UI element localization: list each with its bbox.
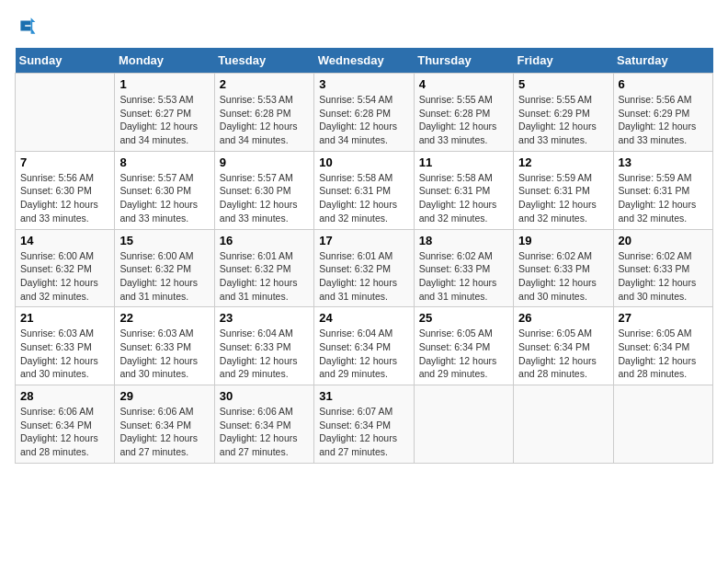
calendar-cell: 28Sunrise: 6:06 AM Sunset: 6:34 PM Dayli… (16, 385, 115, 464)
day-number: 19 (518, 234, 608, 247)
cell-content: Sunrise: 5:53 AM Sunset: 6:28 PM Dayligh… (220, 93, 309, 147)
cell-content: Sunrise: 5:59 AM Sunset: 6:31 PM Dayligh… (619, 171, 708, 225)
calendar-cell (414, 385, 513, 464)
day-number: 8 (119, 155, 209, 169)
day-number: 7 (20, 155, 109, 169)
cell-content: Sunrise: 6:04 AM Sunset: 6:33 PM Dayligh… (220, 327, 309, 381)
calendar-cell: 3Sunrise: 5:54 AM Sunset: 6:28 PM Daylig… (314, 74, 414, 152)
day-number: 6 (619, 77, 708, 91)
cell-content: Sunrise: 6:06 AM Sunset: 6:34 PM Dayligh… (20, 405, 109, 459)
calendar-cell: 20Sunrise: 6:02 AM Sunset: 6:33 PM Dayli… (613, 229, 712, 307)
day-number: 20 (619, 234, 708, 247)
day-number: 30 (220, 389, 309, 403)
day-number: 24 (319, 311, 408, 325)
header-cell-thursday: Thursday (414, 48, 513, 74)
calendar-cell: 8Sunrise: 5:57 AM Sunset: 6:30 PM Daylig… (115, 151, 214, 229)
calendar-body: 1Sunrise: 5:53 AM Sunset: 6:27 PM Daylig… (16, 74, 713, 464)
calendar-cell: 17Sunrise: 6:01 AM Sunset: 6:32 PM Dayli… (314, 229, 414, 307)
header-cell-tuesday: Tuesday (214, 48, 313, 74)
page-header (15, 15, 713, 37)
header-cell-wednesday: Wednesday (314, 48, 414, 74)
cell-content: Sunrise: 6:03 AM Sunset: 6:33 PM Dayligh… (20, 327, 109, 381)
cell-content: Sunrise: 5:55 AM Sunset: 6:29 PM Dayligh… (518, 93, 608, 147)
cell-content: Sunrise: 6:05 AM Sunset: 6:34 PM Dayligh… (518, 327, 608, 381)
calendar-cell: 18Sunrise: 6:02 AM Sunset: 6:33 PM Dayli… (414, 229, 513, 307)
cell-content: Sunrise: 5:56 AM Sunset: 6:30 PM Dayligh… (20, 171, 109, 225)
cell-content: Sunrise: 6:06 AM Sunset: 6:34 PM Dayligh… (119, 405, 209, 459)
cell-content: Sunrise: 5:55 AM Sunset: 6:28 PM Dayligh… (419, 93, 508, 147)
cell-content: Sunrise: 6:00 AM Sunset: 6:32 PM Dayligh… (119, 249, 209, 304)
cell-content: Sunrise: 5:57 AM Sunset: 6:30 PM Dayligh… (119, 171, 209, 225)
cell-content: Sunrise: 6:07 AM Sunset: 6:34 PM Dayligh… (319, 405, 408, 459)
logo-icon (15, 15, 37, 37)
cell-content: Sunrise: 6:01 AM Sunset: 6:32 PM Dayligh… (220, 249, 309, 304)
day-number: 22 (119, 311, 209, 325)
calendar-cell: 14Sunrise: 6:00 AM Sunset: 6:32 PM Dayli… (16, 229, 115, 307)
day-number: 13 (619, 155, 708, 169)
cell-content: Sunrise: 6:00 AM Sunset: 6:32 PM Dayligh… (20, 249, 109, 304)
cell-content: Sunrise: 6:02 AM Sunset: 6:33 PM Dayligh… (419, 249, 508, 304)
day-number: 21 (20, 311, 109, 325)
cell-content: Sunrise: 5:58 AM Sunset: 6:31 PM Dayligh… (319, 171, 408, 225)
cell-content: Sunrise: 5:57 AM Sunset: 6:30 PM Dayligh… (220, 171, 309, 225)
cell-content: Sunrise: 5:53 AM Sunset: 6:27 PM Dayligh… (119, 93, 209, 147)
day-number: 31 (319, 389, 408, 403)
day-number: 1 (119, 77, 209, 91)
day-number: 12 (518, 155, 608, 169)
calendar-cell: 7Sunrise: 5:56 AM Sunset: 6:30 PM Daylig… (16, 151, 115, 229)
cell-content: Sunrise: 6:01 AM Sunset: 6:32 PM Dayligh… (319, 249, 408, 304)
day-number: 23 (220, 311, 309, 325)
cell-content: Sunrise: 6:03 AM Sunset: 6:33 PM Dayligh… (119, 327, 209, 381)
calendar-cell: 24Sunrise: 6:04 AM Sunset: 6:34 PM Dayli… (314, 307, 414, 385)
week-row-5: 28Sunrise: 6:06 AM Sunset: 6:34 PM Dayli… (16, 385, 713, 464)
calendar-cell: 25Sunrise: 6:05 AM Sunset: 6:34 PM Dayli… (414, 307, 513, 385)
cell-content: Sunrise: 6:05 AM Sunset: 6:34 PM Dayligh… (619, 327, 708, 381)
day-number: 15 (119, 234, 209, 247)
day-number: 14 (20, 234, 109, 247)
calendar-cell: 23Sunrise: 6:04 AM Sunset: 6:33 PM Dayli… (214, 307, 313, 385)
day-number: 28 (20, 389, 109, 403)
day-number: 29 (119, 389, 209, 403)
calendar-cell: 9Sunrise: 5:57 AM Sunset: 6:30 PM Daylig… (214, 151, 313, 229)
day-number: 3 (319, 77, 408, 91)
day-number: 17 (319, 234, 408, 247)
calendar-cell: 26Sunrise: 6:05 AM Sunset: 6:34 PM Dayli… (514, 307, 613, 385)
cell-content: Sunrise: 6:02 AM Sunset: 6:33 PM Dayligh… (619, 249, 708, 304)
day-number: 2 (220, 77, 309, 91)
header-cell-monday: Monday (115, 48, 214, 74)
calendar-cell: 6Sunrise: 5:56 AM Sunset: 6:29 PM Daylig… (613, 74, 712, 152)
calendar-cell: 12Sunrise: 5:59 AM Sunset: 6:31 PM Dayli… (514, 151, 613, 229)
calendar-cell: 11Sunrise: 5:58 AM Sunset: 6:31 PM Dayli… (414, 151, 513, 229)
calendar-cell: 15Sunrise: 6:00 AM Sunset: 6:32 PM Dayli… (115, 229, 214, 307)
calendar-cell: 19Sunrise: 6:02 AM Sunset: 6:33 PM Dayli… (514, 229, 613, 307)
calendar-cell: 4Sunrise: 5:55 AM Sunset: 6:28 PM Daylig… (414, 74, 513, 152)
cell-content: Sunrise: 5:59 AM Sunset: 6:31 PM Dayligh… (518, 171, 608, 225)
header-cell-saturday: Saturday (613, 48, 712, 74)
calendar-cell: 21Sunrise: 6:03 AM Sunset: 6:33 PM Dayli… (16, 307, 115, 385)
calendar-cell (514, 385, 613, 464)
calendar-cell: 2Sunrise: 5:53 AM Sunset: 6:28 PM Daylig… (214, 74, 313, 152)
day-number: 4 (419, 77, 508, 91)
logo (15, 15, 40, 37)
cell-content: Sunrise: 5:58 AM Sunset: 6:31 PM Dayligh… (419, 171, 508, 225)
cell-content: Sunrise: 6:02 AM Sunset: 6:33 PM Dayligh… (518, 249, 608, 304)
calendar-cell: 16Sunrise: 6:01 AM Sunset: 6:32 PM Dayli… (214, 229, 313, 307)
calendar-cell: 29Sunrise: 6:06 AM Sunset: 6:34 PM Dayli… (115, 385, 214, 464)
day-number: 16 (220, 234, 309, 247)
header-row: SundayMondayTuesdayWednesdayThursdayFrid… (16, 48, 713, 74)
header-cell-sunday: Sunday (16, 48, 115, 74)
day-number: 26 (518, 311, 608, 325)
calendar-cell: 31Sunrise: 6:07 AM Sunset: 6:34 PM Dayli… (314, 385, 414, 464)
calendar-cell: 1Sunrise: 5:53 AM Sunset: 6:27 PM Daylig… (115, 74, 214, 152)
header-cell-friday: Friday (514, 48, 613, 74)
day-number: 27 (619, 311, 708, 325)
calendar-cell (16, 74, 115, 152)
cell-content: Sunrise: 5:56 AM Sunset: 6:29 PM Dayligh… (619, 93, 708, 147)
calendar-cell: 30Sunrise: 6:06 AM Sunset: 6:34 PM Dayli… (214, 385, 313, 464)
cell-content: Sunrise: 5:54 AM Sunset: 6:28 PM Dayligh… (319, 93, 408, 147)
day-number: 10 (319, 155, 408, 169)
week-row-1: 1Sunrise: 5:53 AM Sunset: 6:27 PM Daylig… (16, 74, 713, 152)
calendar-cell: 5Sunrise: 5:55 AM Sunset: 6:29 PM Daylig… (514, 74, 613, 152)
calendar-cell: 22Sunrise: 6:03 AM Sunset: 6:33 PM Dayli… (115, 307, 214, 385)
calendar-cell: 10Sunrise: 5:58 AM Sunset: 6:31 PM Dayli… (314, 151, 414, 229)
